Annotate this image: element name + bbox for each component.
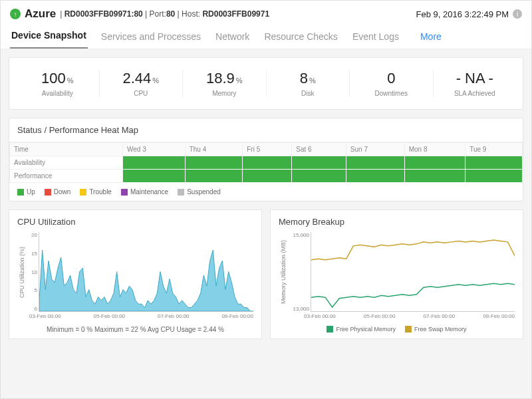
heatmap-legend: Up Down Trouble Maintenance Suspended [9, 183, 523, 201]
cpu-chart-plot[interactable] [39, 232, 253, 312]
metric-cpu[interactable]: 2.44% CPU [100, 70, 184, 97]
metric-memory[interactable]: 18.9% Memory [183, 70, 267, 97]
status-up-icon: ↑ [10, 9, 21, 19]
legend-swap-icon [405, 326, 412, 332]
legend-maintenance-icon [121, 189, 128, 196]
tab-more[interactable]: More [419, 29, 443, 49]
legend-suspended-icon [178, 189, 184, 196]
tab-network[interactable]: Network [214, 29, 251, 49]
heatmap-table: Time Wed 3 Thu 4 Fri 5 Sat 6 Sun 7 Mon 8… [9, 142, 523, 183]
legend-up-icon [17, 189, 24, 196]
tab-services[interactable]: Services and Processes [100, 29, 202, 49]
device-id: RD0003FFB09971:80 [65, 9, 143, 19]
memory-chart-card: Memory Breakup Memory Utilization (MB) 1… [270, 209, 523, 339]
tab-resource-checks[interactable]: Resource Checks [263, 29, 339, 49]
tabs: Device Snapshot Services and Processes N… [10, 27, 522, 49]
legend-down-icon [45, 189, 51, 196]
tab-device-snapshot[interactable]: Device Snapshot [10, 27, 88, 49]
timestamp: Feb 9, 2016 3:22:49 PM [416, 9, 509, 19]
metric-disk[interactable]: 8% Disk [267, 70, 350, 97]
metrics-summary: 100% Availability 2.44% CPU 18.9% Memory… [9, 57, 523, 110]
metric-downtimes[interactable]: 0 Downtimes [350, 70, 434, 97]
tab-event-logs[interactable]: Event Logs [351, 29, 400, 49]
cpu-chart-footer: Minimum = 0 % Maximum = 22 % Avg CPU Usa… [17, 326, 253, 333]
memory-chart-legend: Free Physical Memory Free Swap Memory [279, 326, 515, 332]
page-title: Azure [25, 7, 56, 21]
cpu-chart-card: CPU Utilization CPU Utilization (%) 2015… [9, 209, 262, 339]
heatmap-card: Status / Performance Heat Map Time Wed 3… [9, 118, 523, 201]
metric-availability[interactable]: 100% Availability [16, 70, 100, 97]
memory-chart-plot[interactable] [311, 232, 515, 312]
metric-sla[interactable]: - NA - SLA Achieved [434, 70, 517, 97]
cpu-chart-title: CPU Utilization [17, 217, 253, 227]
heatmap-cell[interactable] [123, 156, 186, 170]
memory-chart-title: Memory Breakup [279, 217, 515, 227]
info-icon[interactable]: i [513, 9, 522, 19]
legend-trouble-icon [80, 189, 86, 196]
legend-physical-icon [327, 326, 333, 332]
heatmap-title: Status / Performance Heat Map [9, 118, 523, 142]
